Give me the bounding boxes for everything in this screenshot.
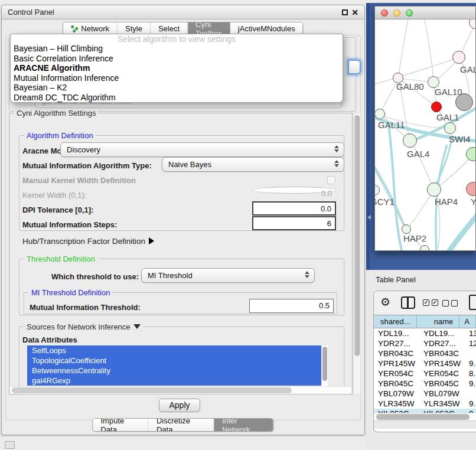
apply-button[interactable]: Apply bbox=[159, 399, 200, 412]
tab-cyni-toolbox[interactable]: Cyni Toolbox bbox=[188, 22, 230, 35]
node-label: GAL80 bbox=[396, 81, 424, 92]
manual-kernel-label: Manual Kernel Width Definition bbox=[22, 176, 136, 185]
node-label: HAP4 bbox=[435, 197, 458, 207]
settings-group-title: Cyni Algorithm Settings bbox=[14, 109, 98, 118]
cyni-algorithm-settings-group: Cyni Algorithm Settings Algorithm Defini… bbox=[9, 113, 353, 394]
table-document-icon[interactable] bbox=[469, 295, 476, 310]
column-header-name[interactable]: name bbox=[417, 315, 460, 328]
mi-threshold-definition-title: MI Threshold Definition bbox=[29, 288, 112, 297]
table-row[interactable]: YLR345WYLR345W9. bbox=[374, 399, 476, 409]
column-split-icon[interactable] bbox=[401, 296, 415, 309]
minimize-traffic-light-icon[interactable] bbox=[393, 9, 400, 17]
checked-boxes-icon[interactable]: ✓✓ bbox=[423, 299, 438, 306]
control-panel-window: Control Panel ✕ Network Style Select Cyn… bbox=[1, 5, 365, 435]
attribute-item-selected[interactable]: SelfLoops bbox=[27, 345, 321, 356]
algorithm-combo-focused-edge[interactable] bbox=[348, 60, 361, 74]
mi-type-label: Mutual Information Algorithm Type: bbox=[22, 161, 152, 170]
table-row[interactable]: YBL079WYBL079W bbox=[374, 389, 476, 399]
which-threshold-combo[interactable]: MI Threshold bbox=[141, 268, 315, 283]
attribute-item-selected[interactable]: BetweennessCentrality bbox=[27, 366, 321, 376]
popup-item-aracne[interactable]: ARACNE Algorithm bbox=[11, 63, 343, 73]
node-label: GAL bbox=[460, 64, 475, 74]
node-red[interactable] bbox=[431, 102, 442, 112]
scrollbar-thumb[interactable] bbox=[12, 387, 292, 393]
panel-splitter-arrow-icon[interactable] bbox=[367, 215, 371, 220]
table-row-partial[interactable]: YIL052CYIL052C9 bbox=[374, 409, 476, 413]
popup-item-mutual-information[interactable]: Mutual Information Inference bbox=[11, 73, 343, 83]
node-gal[interactable] bbox=[452, 51, 465, 64]
node-label: Y bbox=[471, 197, 475, 207]
tab-style[interactable]: Style bbox=[118, 22, 151, 35]
table-row[interactable]: YDL19...YDL19...13 bbox=[374, 328, 476, 338]
table-toolbar: ⚙ ✓✓ bbox=[374, 291, 476, 315]
attribute-item-selected[interactable]: gal4RGexp bbox=[27, 376, 321, 386]
node-gal1[interactable] bbox=[444, 122, 456, 134]
node-label: GCY1 bbox=[375, 197, 395, 207]
table-row[interactable]: YBR045CYBR045C9. bbox=[374, 379, 476, 389]
close-traffic-light-icon[interactable] bbox=[381, 9, 388, 17]
mi-threshold-input[interactable]: 0.5 bbox=[249, 299, 334, 313]
algorithm-definition-title: Algorithm Definition bbox=[24, 131, 96, 140]
collapsed-panel-icon[interactable] bbox=[5, 441, 15, 449]
aracne-mode-combo[interactable]: Discovery bbox=[60, 142, 344, 157]
node-gal10[interactable] bbox=[428, 76, 439, 88]
combo-stepper-icon bbox=[334, 145, 339, 152]
list-vertical-scrollbar[interactable] bbox=[321, 345, 328, 388]
popup-item-bayesian-hill-climbing[interactable]: Bayesian – Hill Climbing bbox=[11, 44, 343, 54]
control-panel-titlebar[interactable]: Control Panel ✕ bbox=[2, 5, 364, 19]
table-footer bbox=[374, 420, 476, 429]
node-label: GAL4 bbox=[407, 149, 429, 159]
network-icon bbox=[71, 25, 78, 32]
node-hap2[interactable] bbox=[402, 224, 411, 234]
close-icon[interactable]: ✕ bbox=[351, 9, 358, 16]
popup-item-bayesian-k2[interactable]: Bayesian – K2 bbox=[11, 83, 343, 93]
unchecked-boxes-icon[interactable] bbox=[442, 300, 458, 306]
scrollbar-thumb[interactable] bbox=[354, 115, 360, 356]
popup-item-dream8[interactable]: Dream8 DC_TDC Algorithm bbox=[11, 93, 343, 103]
node-gal4[interactable] bbox=[403, 133, 417, 148]
table-row[interactable]: YBR043CYBR043C bbox=[374, 348, 476, 358]
popup-item-basic-correlation[interactable]: Basic Correlation Inference bbox=[11, 54, 343, 64]
network-canvas[interactable]: GAL GAL80 GAL10 GAL1 GAL11 SWI4 GAL4 GCY… bbox=[375, 19, 475, 250]
mi-steps-input[interactable]: 6 bbox=[252, 216, 336, 230]
table-row[interactable]: YER054CYER054C8. bbox=[374, 369, 476, 379]
sources-title[interactable]: Sources for Network Inference bbox=[24, 322, 143, 331]
gear-icon[interactable]: ⚙ bbox=[380, 295, 390, 309]
node-label: GAL11 bbox=[378, 120, 405, 130]
data-attributes-list: SelfLoops TopologicalCoefficient Between… bbox=[27, 345, 328, 388]
kernel-width-input[interactable]: 0.0 bbox=[252, 187, 336, 194]
attribute-item-selected[interactable]: TopologicalCoefficient bbox=[27, 356, 321, 366]
expand-right-icon bbox=[149, 237, 154, 244]
node-bottom-partial[interactable] bbox=[420, 245, 429, 250]
node-hap4[interactable] bbox=[427, 182, 441, 197]
tab-jactivemnodules[interactable]: jActiveMNodules bbox=[230, 22, 303, 35]
tab-select[interactable]: Select bbox=[151, 22, 188, 35]
mi-threshold-label: Mutual Information Threshold: bbox=[30, 303, 141, 312]
zoom-traffic-light-icon[interactable] bbox=[406, 9, 413, 17]
tab-network[interactable]: Network bbox=[63, 22, 118, 35]
manual-kernel-checkbox[interactable] bbox=[327, 176, 335, 184]
table-horizontal-scrollbar[interactable] bbox=[374, 413, 476, 420]
node-label: HAP2 bbox=[403, 233, 426, 243]
table-row[interactable]: YDR27...YDR27...12 bbox=[374, 338, 476, 348]
scrollbar-thumb[interactable] bbox=[376, 414, 470, 420]
dpi-tolerance-label: DPI Tolerance [0,1]: bbox=[22, 206, 93, 214]
float-window-icon[interactable] bbox=[342, 9, 348, 15]
table-row[interactable]: YPR145WYPR145W9. bbox=[374, 358, 476, 369]
tab-impute-data[interactable]: Impute Data bbox=[93, 419, 149, 431]
network-window-titlebar[interactable] bbox=[375, 6, 475, 19]
scrollbar-thumb[interactable] bbox=[322, 347, 327, 381]
node-label: GAL1 bbox=[436, 112, 459, 122]
dpi-tolerance-input[interactable]: 0.0 bbox=[252, 201, 336, 216]
settings-vertical-scrollbar[interactable] bbox=[353, 113, 361, 394]
tab-discretize-data[interactable]: Discretize Data bbox=[149, 419, 214, 431]
hub-tf-definition-expander[interactable]: Hub/Transcription Factor Definition bbox=[22, 237, 154, 246]
tab-infer-network[interactable]: Infer Network bbox=[214, 419, 273, 431]
mi-type-combo[interactable]: Naive Bayes bbox=[162, 157, 344, 172]
collapse-down-icon bbox=[133, 324, 141, 329]
settings-horizontal-scrollbar[interactable] bbox=[10, 386, 351, 394]
combo-stepper-icon bbox=[334, 160, 339, 167]
column-header-shared[interactable]: shared... bbox=[374, 315, 417, 328]
combo-stepper-icon bbox=[305, 271, 309, 278]
column-header-partial[interactable]: A bbox=[459, 315, 476, 328]
